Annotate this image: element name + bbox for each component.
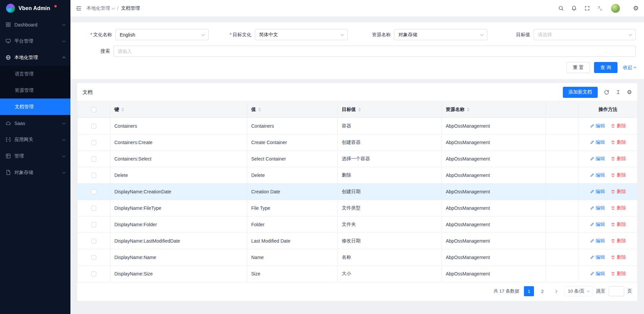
delete-link[interactable]: 删除 (611, 238, 626, 244)
user-avatar[interactable] (611, 4, 620, 13)
select-all-checkbox[interactable] (91, 107, 96, 112)
sidebar-item-label: Dashboard (14, 22, 38, 27)
row-checkbox[interactable] (91, 189, 96, 194)
delete-link[interactable]: 删除 (611, 189, 626, 195)
delete-link[interactable]: 删除 (611, 205, 626, 211)
reset-button[interactable]: 重 置 (567, 62, 590, 73)
row-checkbox[interactable] (91, 222, 96, 227)
row-checkbox[interactable] (91, 239, 96, 244)
row-checkbox-cell (77, 216, 110, 233)
row-height-icon[interactable] (615, 89, 621, 95)
edit-link[interactable]: 编辑 (590, 156, 605, 162)
fullscreen-icon[interactable] (584, 5, 590, 11)
sidebar-item-language-management[interactable]: 语言管理 (0, 66, 70, 82)
table-row[interactable]: Delete Delete 删除 AbpOssManagement 编辑 删除 (77, 167, 638, 184)
delete-link[interactable]: 删除 (611, 123, 626, 129)
breadcrumb-parent[interactable]: 本地化管理 (87, 5, 114, 11)
cell-actions: 编辑 删除 (579, 266, 638, 282)
search-input[interactable] (113, 46, 636, 57)
breadcrumb-parent-label: 本地化管理 (87, 5, 110, 11)
search-icon[interactable] (558, 5, 564, 11)
cell-actions: 编辑 删除 (579, 167, 638, 184)
delete-link[interactable]: 删除 (611, 222, 626, 228)
column-header-value[interactable]: 值 (247, 102, 338, 118)
delete-link[interactable]: 删除 (611, 172, 626, 178)
collapse-link[interactable]: 收起 (623, 65, 636, 71)
query-button[interactable]: 查 询 (594, 62, 618, 73)
sidebar-item-platform[interactable]: 平台管理 (0, 33, 70, 49)
table-row[interactable]: Containers:Create Create Container 创建容器 … (77, 134, 638, 151)
edit-link[interactable]: 编辑 (590, 123, 605, 129)
jump-page-input[interactable] (609, 286, 624, 296)
sidebar-item-gateway[interactable]: 应用网关 (0, 131, 70, 148)
table-row[interactable]: DisplayName:Name Name 名称 AbpOssManagemen… (77, 249, 638, 266)
pagination-page-2[interactable]: 2 (537, 286, 547, 296)
row-checkbox[interactable] (91, 206, 96, 211)
sidebar-item-saas[interactable]: Saas (0, 115, 70, 131)
row-checkbox-cell (77, 118, 110, 134)
edit-link[interactable]: 编辑 (590, 238, 605, 244)
row-checkbox[interactable] (91, 173, 96, 178)
app-logo[interactable]: Vben Admin (0, 0, 70, 16)
sidebar-item-localization[interactable]: 本地化管理 (0, 49, 70, 66)
edit-link[interactable]: 编辑 (590, 222, 605, 228)
sidebar-item-object-storage[interactable]: 对象存储 (0, 164, 70, 181)
edit-link[interactable]: 编辑 (590, 172, 605, 178)
table-row[interactable]: DisplayName:Size Size 大小 AbpOssManagemen… (77, 266, 638, 282)
cell-target-value: 文件类型 (338, 200, 442, 216)
chevron-down-icon (587, 290, 589, 292)
table-row[interactable]: DisplayName:LastModifiedDate Last Modifi… (77, 233, 638, 249)
column-header-key[interactable]: 键 (110, 102, 247, 118)
edit-link[interactable]: 编辑 (590, 205, 605, 211)
settings-gear-icon[interactable]: ⚙ (633, 5, 639, 11)
target-culture-select[interactable]: 简体中文 (255, 29, 348, 40)
culture-name-select[interactable]: English (115, 29, 209, 40)
table-row[interactable]: DisplayName:Folder Folder 文件夹 AbpOssMana… (77, 216, 638, 233)
pagination-page-1[interactable]: 1 (524, 286, 534, 296)
cell-key: DisplayName:FileType (110, 200, 247, 216)
cell-resource-name: AbpOssManagement (442, 200, 546, 216)
delete-link[interactable]: 删除 (611, 254, 626, 260)
table-settings-gear-icon[interactable]: ⚙ (627, 89, 632, 95)
sidebar-item-management[interactable]: 管理 (0, 148, 70, 164)
row-checkbox[interactable] (91, 156, 96, 162)
delete-link[interactable]: 删除 (611, 156, 626, 162)
edit-link[interactable]: 编辑 (590, 139, 605, 145)
delete-link[interactable]: 删除 (611, 271, 626, 277)
page-size-select[interactable]: 10 条/页 (564, 286, 593, 296)
notification-bell-icon[interactable] (571, 5, 577, 11)
sidebar-item-dashboard[interactable]: Dashboard (0, 16, 70, 33)
add-document-button[interactable]: 添加新文档 (563, 87, 598, 98)
sort-icon[interactable] (121, 108, 124, 112)
column-header-target[interactable]: 目标值 (338, 102, 442, 118)
sort-icon[interactable] (467, 108, 470, 112)
edit-link[interactable]: 编辑 (590, 189, 605, 195)
edit-link[interactable]: 编辑 (590, 254, 605, 260)
target-value-select[interactable]: 请选择 (534, 29, 636, 40)
pagination-next-button[interactable] (551, 286, 561, 296)
row-checkbox[interactable] (91, 140, 96, 145)
menu-fold-icon[interactable] (76, 5, 82, 11)
resource-name-select[interactable]: 对象存储 (394, 29, 487, 40)
table-row[interactable]: Containers Containers 容器 AbpOssManagemen… (77, 118, 638, 134)
culture-name-value: English (120, 32, 135, 38)
sidebar-item-resource-management[interactable]: 资源管理 (0, 82, 70, 99)
table-row[interactable]: DisplayName:CreationDate Creation Date 创… (77, 184, 638, 200)
row-checkbox[interactable] (91, 271, 96, 276)
table-row[interactable]: DisplayName:FileType File Type 文件类型 AbpO… (77, 200, 638, 216)
table-row[interactable]: Containers:Select Select Container 选择一个容… (77, 151, 638, 167)
edit-link-label: 编辑 (596, 139, 605, 145)
sort-icon[interactable] (358, 108, 361, 112)
refresh-icon[interactable] (604, 89, 609, 95)
sidebar-item-document-management[interactable]: 文档管理 (0, 99, 70, 115)
cell-value: Delete (247, 167, 338, 184)
delete-link[interactable]: 删除 (611, 139, 626, 145)
delete-trash-icon (611, 173, 615, 177)
row-checkbox[interactable] (91, 255, 96, 260)
row-checkbox[interactable] (91, 124, 96, 129)
translate-icon[interactable]: 文A (597, 5, 603, 11)
sort-icon[interactable] (258, 108, 261, 112)
edit-link[interactable]: 编辑 (590, 271, 605, 277)
documents-table: 键 值 目标值 资源名称 操作方法 Containers Containers … (77, 101, 638, 282)
column-header-resource[interactable]: 资源名称 (442, 102, 546, 118)
